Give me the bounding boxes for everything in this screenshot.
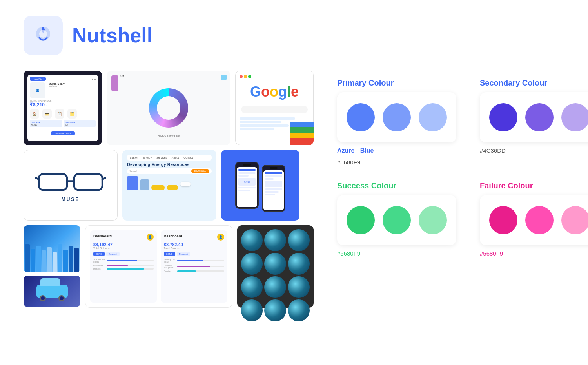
palette-grid: Primary Colour Azure - Blue #5680F9 Seco… — [337, 78, 588, 257]
success-swatch-2 — [383, 206, 411, 234]
secondary-colour-title: Secondary Colour — [480, 78, 588, 88]
primary-swatch-2 — [383, 103, 411, 131]
success-colour-section: Success Colour #5680F9 — [337, 181, 456, 257]
finance-app-cell: TRACKER ● ● 👤 Mujun Bearr Mumbai TOTAL S… — [24, 71, 102, 145]
pencils-car-stack — [24, 225, 80, 308]
grid-row-1: TRACKER ● ● 👤 Mujun Bearr Mumbai TOTAL S… — [24, 71, 314, 145]
secondary-swatches-box — [480, 92, 588, 142]
color-palette: Primary Colour Azure - Blue #5680F9 Seco… — [329, 71, 588, 312]
image-grid: TRACKER ● ● 👤 Mujun Bearr Mumbai TOTAL S… — [24, 71, 314, 312]
muse-brand: MUSE — [62, 197, 80, 202]
failure-colour-hex: #5680F9 — [480, 250, 588, 257]
secondary-swatch-1 — [489, 103, 517, 131]
svg-point-1 — [39, 30, 47, 38]
spheres-cell — [237, 225, 314, 308]
primary-swatch-1 — [347, 103, 375, 131]
app-logo — [24, 16, 63, 55]
car-cell — [24, 276, 80, 307]
primary-colour-name: Azure - Blue — [337, 147, 456, 154]
primary-colour-title: Primary Colour — [337, 78, 456, 88]
success-swatches-box — [337, 195, 456, 245]
failure-swatch-2 — [525, 206, 554, 234]
primary-colour-section: Primary Colour Azure - Blue #5680F9 — [337, 78, 456, 166]
main-layout: TRACKER ● ● 👤 Mujun Bearr Mumbai TOTAL S… — [24, 71, 564, 312]
chart-cell: 06— Photos Shown Set — — — — — [107, 71, 230, 145]
google-cell: Google — [235, 71, 314, 145]
svg-rect-3 — [74, 174, 102, 190]
primary-swatch-3 — [419, 103, 447, 131]
app-title: Nutshell — [72, 24, 152, 47]
failure-colour-title: Failure Colour — [480, 181, 588, 190]
glasses-cell: MUSE — [24, 150, 118, 221]
failure-colour-section: Failure Colour #5680F9 — [480, 181, 588, 257]
failure-swatch-3 — [561, 206, 588, 234]
dashboard-cell: Dashboard 👤 $8,192.47 Total Balance SEND… — [85, 225, 232, 308]
pencils-cell — [24, 225, 80, 272]
phones-cell: Group — [221, 150, 299, 221]
success-colour-hex: #5680F9 — [337, 250, 456, 257]
svg-rect-2 — [39, 174, 67, 190]
failure-swatches-box — [480, 195, 588, 245]
app-header: Nutshell — [24, 16, 564, 55]
failure-swatch-1 — [489, 206, 517, 234]
energy-cell: Station Energy Services About Contact De… — [122, 150, 216, 221]
grid-row-2: MUSE Station Energy Services About Conta… — [24, 150, 314, 221]
secondary-swatch-3 — [561, 103, 588, 131]
secondary-colour-hex: #4C36DD — [480, 147, 588, 154]
success-colour-title: Success Colour — [337, 181, 456, 190]
success-swatch-3 — [419, 206, 447, 234]
primary-colour-hex: #5680F9 — [337, 159, 456, 166]
grid-row-3: Dashboard 👤 $8,192.47 Total Balance SEND… — [24, 225, 314, 308]
phone-mock-left: Group — [235, 162, 259, 209]
secondary-swatch-2 — [525, 103, 554, 131]
secondary-colour-section: Secondary Colour #4C36DD — [480, 78, 588, 166]
success-swatch-1 — [347, 206, 375, 234]
primary-swatches-box — [337, 92, 456, 142]
phone-mock-right — [262, 165, 285, 212]
